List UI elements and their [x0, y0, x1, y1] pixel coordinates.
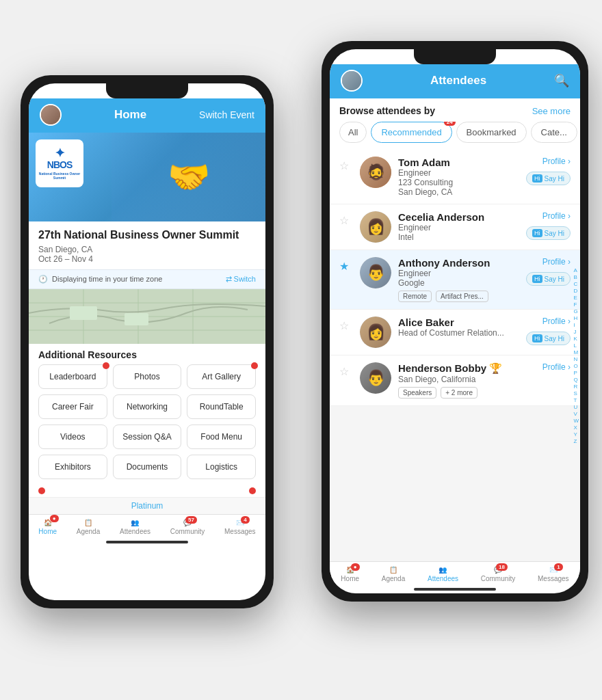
- att-location-henderson: San Diego, California: [398, 375, 536, 384]
- timezone-switch-button[interactable]: ⇄ Switch: [226, 275, 256, 284]
- tab-badge-recommended: 24: [444, 122, 456, 126]
- nav-messages[interactable]: ✉️ 4 Messages: [224, 519, 256, 535]
- grid-item-leaderboard[interactable]: Leaderboard: [38, 364, 107, 389]
- agenda-icon2: 📋: [389, 566, 397, 574]
- att-location-tom: San Diego, CA: [398, 187, 519, 197]
- star-tom[interactable]: ☆: [339, 159, 353, 172]
- att-name-cecelia: Cecelia Anderson: [398, 211, 519, 223]
- attendee-anthony[interactable]: ★ 👨 Anthony Anderson Engineer Google Rem…: [330, 250, 580, 310]
- home-title: Home: [114, 108, 146, 122]
- nav2-home[interactable]: 🏠 ● Home: [341, 566, 359, 582]
- platinum-bar: Platinum: [29, 497, 265, 514]
- filter-tabs: All 24 Recommended Bookmarked Cate...: [330, 122, 580, 150]
- profile-button-cecelia[interactable]: Profile ›: [542, 211, 571, 221]
- event-date: Oct 26 – Nov 4: [38, 254, 256, 264]
- nav2-community[interactable]: 💬 18 Community: [481, 566, 516, 582]
- profile-button-tom[interactable]: Profile ›: [542, 157, 571, 166]
- home-icon: 🏠 ●: [44, 519, 52, 526]
- timezone-bar: 🕐 Displaying time in your time zone ⇄ Sw…: [29, 269, 265, 289]
- att-tags-anthony: Remote Artifact Pres...: [398, 291, 519, 302]
- home-indicator: [106, 541, 188, 543]
- messages-icon2: ✉️ 1: [549, 566, 558, 574]
- tab-categories[interactable]: Cate...: [531, 122, 577, 143]
- tab-all[interactable]: All: [339, 122, 367, 143]
- search-icon[interactable]: 🔍: [554, 73, 569, 88]
- user-avatar[interactable]: [341, 70, 363, 92]
- avatar[interactable]: [40, 104, 62, 126]
- grid-item-documents[interactable]: Documents: [113, 455, 182, 479]
- tag-artifact: Artifact Pres...: [436, 291, 488, 302]
- att-company-tom: 123 Consulting: [398, 178, 519, 187]
- att-name-anthony: Anthony Anderson: [398, 257, 519, 269]
- tab-bookmarked[interactable]: Bookmarked: [456, 122, 527, 143]
- att-company-cecelia: Intel: [398, 232, 519, 242]
- nav-attendees[interactable]: 👥 Attendees: [120, 519, 150, 535]
- browse-bar: Browse attendees by See more: [330, 98, 580, 122]
- map-svg: [29, 289, 265, 344]
- grid-item-art-gallery[interactable]: Art Gallery: [187, 364, 256, 389]
- att-tags-henderson: Speakers + 2 more: [398, 387, 536, 399]
- sayhi-button-cecelia[interactable]: Hi Say Hi: [526, 226, 571, 240]
- attendee-henderson[interactable]: ☆ 👨 Henderson Bobby 🏆 San Diego, Califor…: [330, 355, 580, 406]
- nav-community[interactable]: 💬 57 Community: [170, 519, 205, 535]
- nav2-messages[interactable]: ✉️ 1 Messages: [538, 566, 569, 582]
- timezone-message: Displaying time in your time zone: [52, 275, 162, 283]
- phone1-header: Home Switch Event: [29, 98, 265, 133]
- star-henderson[interactable]: ☆: [339, 365, 353, 378]
- att-role-tom: Engineer: [398, 168, 519, 178]
- sayhi-button-alice[interactable]: Hi Say Hi: [526, 332, 571, 345]
- star-cecelia[interactable]: ☆: [339, 214, 353, 227]
- attendee-cecelia[interactable]: ☆ 👩 Cecelia Anderson Engineer Intel Prof…: [330, 204, 580, 250]
- browse-title: Browse attendees by: [339, 105, 435, 116]
- star-anthony[interactable]: ★: [339, 260, 353, 273]
- att-name-henderson: Henderson Bobby 🏆: [398, 362, 536, 375]
- avatar-cecelia: 👩: [360, 211, 391, 243]
- grid-item-exhibitors[interactable]: Exhibitors: [38, 455, 107, 479]
- phone-home: Home Switch Event ✦ NBOS National Busine…: [21, 75, 274, 608]
- nav2-attendees[interactable]: 👥 Attendees: [428, 566, 458, 582]
- svg-rect-8: [125, 313, 148, 325]
- grid-item-roundtable[interactable]: RoundTable: [187, 394, 256, 419]
- tag-more: + 2 more: [441, 387, 477, 399]
- notch: [106, 83, 188, 98]
- attendee-list: AB CD EF GH IJ KL MN OP QR ST UV WX YZ ☆: [330, 150, 580, 561]
- notch2: [414, 49, 496, 64]
- grid-item-videos[interactable]: Videos: [38, 425, 107, 449]
- phone1-bottom-nav: 🏠 ● Home 📋 Agenda 👥 Attendees 💬 57: [29, 514, 265, 538]
- sayhi-button-anthony[interactable]: Hi Say Hi: [526, 272, 571, 286]
- att-name-alice: Alice Baker: [398, 317, 519, 328]
- grid-item-food-menu[interactable]: Food Menu: [187, 425, 256, 449]
- grid-item-career-fair[interactable]: Career Fair: [38, 394, 107, 419]
- platinum-label: Platinum: [131, 501, 163, 511]
- tag-remote: Remote: [398, 291, 432, 302]
- community-icon2: 💬 18: [494, 566, 502, 574]
- att-role-alice: Head of Costumer Relation...: [398, 328, 519, 338]
- grid-item-photos[interactable]: Photos: [113, 364, 182, 389]
- profile-button-anthony[interactable]: Profile ›: [542, 257, 571, 267]
- attendee-tom-adam[interactable]: ☆ 🧔 Tom Adam Engineer 123 Consulting San…: [330, 150, 580, 204]
- profile-button-henderson[interactable]: Profile ›: [542, 362, 571, 372]
- alphabet-index[interactable]: AB CD EF GH IJ KL MN OP QR ST UV WX YZ: [573, 150, 579, 561]
- nav-home[interactable]: 🏠 ● Home: [38, 519, 57, 535]
- tag-speakers: Speakers: [398, 387, 436, 399]
- grid-item-session-qa[interactable]: Session Q&A: [113, 425, 182, 449]
- switch-event-button[interactable]: Switch Event: [199, 109, 254, 120]
- phone1-screen: Home Switch Event ✦ NBOS National Busine…: [29, 83, 265, 600]
- messages-icon: ✉️ 4: [236, 519, 244, 526]
- star-alice[interactable]: ☆: [339, 319, 353, 332]
- sayhi-button-tom[interactable]: Hi Say Hi: [526, 172, 571, 185]
- map-view[interactable]: 📍: [29, 289, 265, 344]
- nav-agenda[interactable]: 📋 Agenda: [77, 519, 100, 535]
- tab-recommended[interactable]: 24 Recommended: [371, 122, 452, 143]
- see-more-button[interactable]: See more: [532, 106, 571, 116]
- profile-button-alice[interactable]: Profile ›: [542, 317, 571, 326]
- att-role-anthony: Engineer: [398, 269, 519, 278]
- nav2-agenda[interactable]: 📋 Agenda: [382, 566, 405, 582]
- grid-item-networking[interactable]: Networking: [113, 394, 182, 419]
- home-indicator2: [414, 588, 496, 591]
- community-icon: 💬 57: [183, 519, 192, 526]
- clock-icon: 🕐: [38, 275, 48, 284]
- avatar-henderson: 👨: [360, 362, 391, 394]
- grid-item-logistics[interactable]: Logistics: [187, 455, 256, 479]
- attendee-alice[interactable]: ☆ 👩 Alice Baker Head of Costumer Relatio…: [330, 310, 580, 355]
